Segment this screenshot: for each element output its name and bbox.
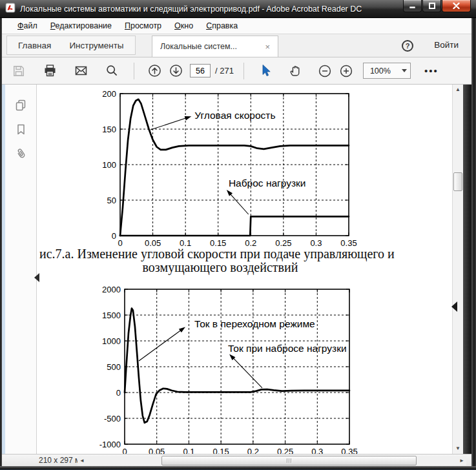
chart-annotation-label: Ток в переходном режиме: [194, 318, 315, 329]
title-bar: Локальные системы автоматики и следящий …: [0, 0, 476, 18]
thumb-grip-icon: [291, 458, 291, 463]
select-tool-button[interactable]: [258, 62, 273, 80]
expand-right-panel-arrow-icon[interactable]: [451, 301, 457, 312]
maximize-icon: [429, 3, 435, 9]
pages-icon: [14, 99, 27, 112]
close-icon: [453, 3, 460, 9]
y-tick-label: 1000: [102, 336, 121, 346]
x-tick-label: 0.2: [247, 447, 259, 454]
y-tick-label: 150: [102, 125, 116, 134]
close-button[interactable]: [442, 0, 471, 12]
annotation-arrowhead: [179, 327, 185, 332]
print-button[interactable]: [42, 62, 57, 80]
save-button[interactable]: [11, 62, 26, 80]
chart-annotation-label: Ток при набросе нагрузки: [228, 343, 347, 354]
previous-page-button[interactable]: [147, 62, 162, 80]
document-pane: 00.050.10.150.20.250.30.35050100150200Уг…: [37, 85, 452, 454]
hand-icon: [289, 64, 302, 77]
thumb-grip-icon: [289, 458, 289, 463]
x-tick-label: 0.15: [212, 447, 229, 454]
window-border-left: [0, 18, 2, 470]
document-tab[interactable]: Локальные систем... ×: [152, 36, 278, 57]
email-button[interactable]: [73, 62, 88, 80]
document-tab-label: Локальные систем...: [160, 42, 260, 51]
next-page-button[interactable]: [168, 62, 183, 80]
y-tick-label: 0: [112, 231, 116, 241]
menu-file[interactable]: Файл: [11, 19, 44, 32]
plus-circle-icon: [339, 64, 353, 78]
tab-bar: Главная Инструменты Локальные систем... …: [2, 34, 471, 57]
toolbar-separator: [134, 63, 134, 79]
chart-svg: 00.050.10.150.20.250.30.35050100150200Уг…: [99, 88, 357, 252]
y-tick-label: 50: [107, 196, 116, 205]
toolbar-separator: [243, 63, 244, 79]
menu-view[interactable]: Просмотр: [118, 19, 168, 32]
maximize-button[interactable]: [422, 0, 441, 12]
zoom-level-dropdown[interactable]: 100%: [363, 63, 411, 79]
menu-edit[interactable]: Редактирование: [44, 19, 118, 32]
search-button[interactable]: [104, 62, 119, 80]
bookmark-icon: [15, 123, 27, 136]
bookmarks-button[interactable]: [12, 121, 29, 137]
figure-caption: ис.7.а. Изменение угловой скорости при п…: [39, 247, 401, 274]
email-icon: [74, 64, 88, 77]
vertical-scrollbar[interactable]: ▲ ▼: [452, 85, 463, 454]
y-tick-label: -1000: [99, 440, 121, 449]
menu-window[interactable]: Окно: [168, 19, 200, 32]
y-tick-label: 100: [102, 160, 116, 170]
figure-caption-line1: ис.7.а. Изменение угловой скорости при п…: [39, 247, 401, 261]
tab-home[interactable]: Главная: [9, 41, 60, 50]
menu-bar: Файл Редактирование Просмотр Окно Справк…: [2, 18, 471, 34]
x-tick-label: 0.3: [311, 447, 323, 454]
help-icon[interactable]: ?: [402, 40, 413, 52]
status-bar: 210 x 297 мм ◄ ►: [2, 454, 471, 466]
x-tick-label: 0.35: [341, 447, 357, 454]
page-thumbnails-button[interactable]: [12, 97, 29, 113]
thumb-grip-icon: [287, 458, 287, 463]
scroll-up-button[interactable]: ▲: [453, 85, 463, 95]
chart-svg: 00.050.10.150.20.250.30.35-1000-50005001…: [99, 283, 360, 454]
page-count-label: / 271: [215, 66, 234, 76]
collapse-left-panel-arrow-icon[interactable]: [34, 273, 39, 282]
attachments-button[interactable]: [12, 145, 29, 161]
y-tick-label: 0: [116, 388, 121, 398]
y-tick-label: 200: [102, 89, 116, 99]
zoom-in-button[interactable]: [338, 62, 354, 80]
tab-close-icon[interactable]: ×: [265, 43, 270, 51]
series-line: [120, 216, 349, 236]
scroll-down-button[interactable]: ▼: [453, 444, 463, 454]
page-number-input[interactable]: [190, 64, 211, 77]
chart-annotation-label: Угловая скорость: [194, 110, 275, 121]
window-controls: [403, 0, 471, 12]
annotation-arrowhead: [185, 116, 192, 120]
chart-annotation-label: Наброс нагрузки: [229, 178, 306, 189]
minimize-icon: [409, 3, 416, 9]
window-body: Файл Редактирование Просмотр Окно Справк…: [2, 18, 471, 466]
horizontal-scroll-thumb[interactable]: [161, 456, 417, 465]
horizontal-scrollbar[interactable]: ◄ ►: [78, 456, 466, 465]
x-tick-label: 0.1: [183, 447, 194, 454]
tab-tools[interactable]: Инструменты: [60, 41, 132, 50]
hand-tool-button[interactable]: [288, 62, 304, 80]
minimize-button[interactable]: [403, 0, 422, 12]
ellipsis-icon: •••: [424, 65, 439, 76]
more-tools-button[interactable]: •••: [420, 62, 442, 80]
figure-caption-line2: возмущающего воздействий: [39, 261, 401, 274]
y-tick-label: 500: [107, 362, 121, 372]
y-tick-label: -500: [104, 414, 121, 424]
sign-in-button[interactable]: Войти: [434, 40, 459, 50]
tools-panel-strip: [463, 85, 471, 454]
zoom-out-button[interactable]: [317, 62, 333, 80]
scroll-right-button[interactable]: ►: [457, 456, 466, 465]
menu-help[interactable]: Справка: [200, 19, 244, 32]
pointer-icon: [259, 64, 272, 77]
window-title: Локальные системы автоматики и следящий …: [20, 5, 362, 14]
x-tick-label: 0.05: [149, 447, 165, 454]
y-tick-label: 1500: [102, 311, 121, 320]
navigation-sidebar: [5, 85, 37, 454]
vertical-scroll-thumb[interactable]: [453, 172, 462, 191]
acrobat-pdf-icon: [5, 3, 16, 15]
content-area: 00.050.10.150.20.250.30.35050100150200Уг…: [2, 85, 471, 454]
x-tick-label: 0: [122, 447, 127, 454]
scroll-left-button[interactable]: ◄: [78, 456, 87, 465]
